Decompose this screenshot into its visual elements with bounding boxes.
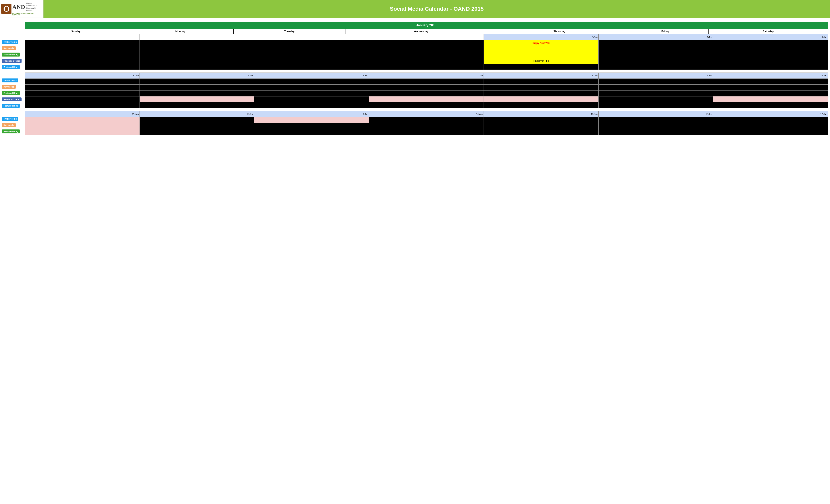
week2-featured-label: Featured Blog: [2, 91, 20, 95]
w1-d0: [25, 34, 140, 40]
w3-kw-1: [139, 123, 254, 129]
week1-keywords-label-row: Keywords: [2, 45, 25, 51]
w1-kw-6: [713, 46, 828, 52]
w2-fb2-5: [598, 102, 713, 108]
week3-keywords-label: Keywords: [2, 123, 15, 127]
week3-labels: Twitter Topic Keywords Featured Blog: [2, 111, 25, 135]
w3-tw-2: [254, 117, 369, 123]
week2-cal: 4-Jan 5-Jan 6-Jan 7-Jan 8-Jan 9-Jan 10-J…: [25, 72, 828, 111]
week2-keywords-label: Keywords: [2, 85, 15, 89]
featured-blog2-label: Featured Blog: [2, 65, 20, 69]
week1-featured2-row: [25, 64, 828, 70]
w2-d0: 4-Jan: [25, 72, 140, 78]
w1-fb2-0: [25, 64, 140, 70]
w2-fbt-2: [254, 96, 369, 102]
week2-twitter-row: [25, 78, 828, 85]
w1-fb2-6: [713, 64, 828, 70]
w1-fb-1: [139, 52, 254, 58]
w1-fb-2: [254, 52, 369, 58]
w1-kw-3: [369, 46, 484, 52]
w2-fb-1: [139, 90, 254, 96]
day-header-thursday: Thursday: [497, 29, 622, 34]
day-header-tuesday: Tuesday: [233, 29, 345, 34]
logo-o-letter: O: [3, 4, 10, 13]
w1-fb2-5: [598, 64, 713, 70]
week1-table: 1-Jan 2-Jan 3-Jan Happy New Year: [25, 34, 828, 72]
w1-fb2-1: [139, 64, 254, 70]
week2-date-label-spacer: [2, 73, 25, 77]
w3-d4: 15-Jan: [484, 111, 599, 117]
w1-kw-5: [598, 46, 713, 52]
w1-d3: [369, 34, 484, 40]
logo-oand: O AND Ontario Association of Naturopathi…: [1, 2, 42, 16]
w2-kw-1: [139, 85, 254, 90]
w1-kw-1: [139, 46, 254, 52]
w2-tw-5: [598, 78, 713, 85]
week1-twitter-label-row: Twitter Topic: [2, 39, 25, 45]
week3-featured-label-row: Featured Blog: [2, 128, 25, 134]
week2-featured2-row: [25, 102, 828, 108]
w3-fb-6: [713, 129, 828, 135]
week1-keywords-row: [25, 46, 828, 52]
w2-kw-6: [713, 85, 828, 90]
week3: Twitter Topic Keywords Featured Blog 11-…: [2, 111, 828, 135]
w3-kw-6: [713, 123, 828, 129]
w1-spacer: [25, 70, 828, 72]
week3-keywords-label-row: Keywords: [2, 122, 25, 128]
week3-twitter-label-row: Twitter Topic: [2, 116, 25, 122]
w3-kw-4: [484, 123, 599, 129]
w1-tw-5: [598, 40, 713, 46]
w2-d1: 5-Jan: [139, 72, 254, 78]
w2-fb2-3: [369, 102, 484, 108]
w2-spacer: [25, 108, 828, 111]
w1-fb2-2: [254, 64, 369, 70]
w1-d1: [139, 34, 254, 40]
logo-side-text: Ontario Association of Naturopathic Doct…: [26, 2, 37, 12]
w3-fb-5: [598, 129, 713, 135]
w2-fbt-4: [484, 96, 599, 102]
w3-d3: 14-Jan: [369, 111, 484, 117]
w2-fbt-0: [25, 96, 140, 102]
w2-fb-3: [369, 90, 484, 96]
w2-fb2-2: [254, 102, 369, 108]
w2-kw-4: [484, 85, 599, 90]
w1-tw-3: [369, 40, 484, 46]
w1-tw-0: [25, 40, 140, 46]
week2-facebook-label-row: Facebook Topic: [2, 96, 25, 102]
w1-d2: [254, 34, 369, 40]
week2-labels: Twitter Topic Keywords Featured Blog Fac…: [2, 72, 25, 109]
w1-tw-2: [254, 40, 369, 46]
w2-fb-5: [598, 90, 713, 96]
week2-featured2-label: Featured Blog: [2, 104, 20, 108]
w3-tw-3: [369, 117, 484, 123]
week1-date-label-spacer: [2, 34, 25, 38]
logo-tagline: ADVANCING • PROMOTING • INSPIRING: [12, 12, 42, 16]
week3-keywords-row: [25, 123, 828, 129]
w1-fb2-3: [369, 64, 484, 70]
w1-fbt-1: [139, 58, 254, 64]
week1-featured-row: [25, 52, 828, 58]
week1-twitter-row: Happy New Year: [25, 40, 828, 46]
week2-featured2-label-row: Featured Blog: [2, 103, 25, 109]
w1-d4: 1-Jan: [484, 34, 599, 40]
w2-kw-5: [598, 85, 713, 90]
w1-fbt-4: Hangover Tips: [484, 58, 599, 64]
week3-date-label-spacer: [2, 111, 25, 116]
week2-spacer: [25, 108, 828, 111]
header: O AND Ontario Association of Naturopathi…: [0, 0, 830, 18]
w2-tw-2: [254, 78, 369, 85]
w3-d1: 12-Jan: [139, 111, 254, 117]
w3-tw-5: [598, 117, 713, 123]
week3-twitter-label: Twitter Topic: [2, 117, 19, 121]
week3-cal: 11-Jan 12-Jan 13-Jan 14-Jan 15-Jan 16-Ja…: [25, 111, 828, 135]
w2-tw-4: [484, 78, 599, 85]
w2-fb2-0: [25, 102, 140, 108]
w2-kw-2: [254, 85, 369, 90]
w2-tw-6: [713, 78, 828, 85]
title-area: Social Media Calendar - OAND 2015: [43, 0, 830, 18]
w3-fb-3: [369, 129, 484, 135]
w2-kw-0: [25, 85, 140, 90]
w2-d2: 6-Jan: [254, 72, 369, 78]
twitter-topic-label: Twitter Topic: [2, 40, 19, 44]
logo-and-text: AND: [12, 4, 25, 10]
